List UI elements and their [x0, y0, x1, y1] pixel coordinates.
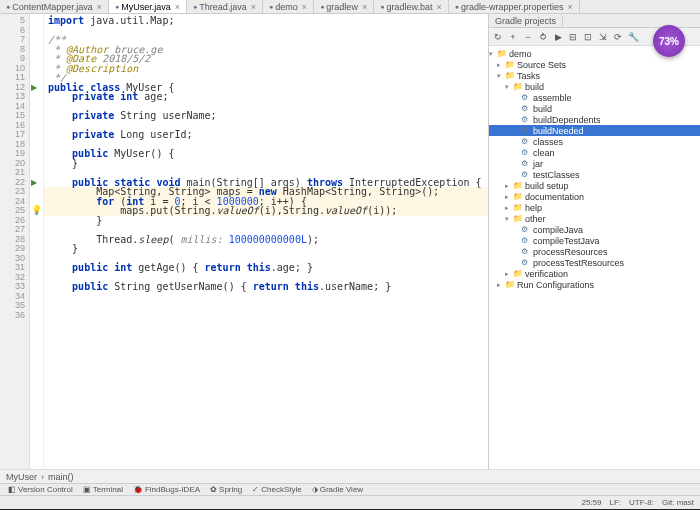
editor-tab[interactable]: ●demo×	[263, 0, 314, 13]
intention-bulb-icon[interactable]: 💡	[31, 205, 42, 215]
editor-tab[interactable]: ●Thread.java×	[187, 0, 263, 13]
gradle-tree-item[interactable]: ⚙clean	[489, 147, 700, 158]
gradle-tree-item[interactable]: ▸📁Source Sets	[489, 59, 700, 70]
gradle-tree-item[interactable]: ▸📁build setup	[489, 180, 700, 191]
editor-tab[interactable]: ●MyUser.java×	[109, 0, 187, 13]
gradle-toolbar-button[interactable]: ▶	[551, 30, 565, 44]
tool-window-tab[interactable]: ◧Version Control	[4, 485, 77, 494]
editor-tab[interactable]: ●ContentMapper.java×	[0, 0, 109, 13]
caret-position: 25:59	[582, 498, 602, 507]
gradle-tree-item[interactable]: ▸📁documentation	[489, 191, 700, 202]
gradle-toolbar-button[interactable]: ⊡	[581, 30, 595, 44]
tool-window-tab[interactable]: ⬗Gradle View	[308, 485, 367, 494]
run-gutter-icon[interactable]: ▶	[31, 83, 37, 92]
gradle-toolbar-button[interactable]: +	[506, 30, 520, 44]
tool-window-tab[interactable]: ✿Spring	[206, 485, 246, 494]
gradle-tree: ▾📁demo▸📁Source Sets▾📁Tasks▾📁build⚙assemb…	[489, 46, 700, 469]
gradle-tree-item[interactable]: ⚙processTestResources	[489, 257, 700, 268]
gradle-tree-item[interactable]: ⚙testClasses	[489, 169, 700, 180]
editor-tab[interactable]: ●gradle-wrapper.properties×	[449, 0, 580, 13]
gradle-toolbar-button[interactable]: −	[521, 30, 535, 44]
gradle-tree-item[interactable]: ⚙processResources	[489, 246, 700, 257]
gradle-tree-item[interactable]: ⚙buildDependents	[489, 114, 700, 125]
tool-window-tab[interactable]: ✓CheckStyle	[248, 485, 305, 494]
gradle-tree-item[interactable]: ⚙build	[489, 103, 700, 114]
encoding[interactable]: UTF-8:	[629, 498, 654, 507]
gradle-toolbar-button[interactable]: ⟳	[611, 30, 625, 44]
editor-tabs: ●ContentMapper.java×●MyUser.java×●Thread…	[0, 0, 700, 14]
tool-window-tab[interactable]: 🐞FindBugs-IDEA	[129, 485, 204, 494]
tool-window-tab[interactable]: ▣Terminal	[79, 485, 127, 494]
line-separator[interactable]: LF:	[610, 498, 622, 507]
editor-tab[interactable]: ●gradlew×	[314, 0, 374, 13]
profiler-badge[interactable]: 73%	[653, 25, 685, 57]
gradle-tree-item[interactable]: ▾📁Tasks	[489, 70, 700, 81]
status-bar: 25:59 LF: UTF-8: Git: mast	[0, 495, 700, 509]
editor-tab[interactable]: ●gradlew.bat×	[374, 0, 449, 13]
git-branch[interactable]: Git: mast	[662, 498, 694, 507]
gradle-tree-item[interactable]: ▸📁Run Configurations	[489, 279, 700, 290]
gradle-tree-item[interactable]: ⚙compileJava	[489, 224, 700, 235]
editor-pane: 5678910111213141516171819202122232425262…	[0, 14, 488, 469]
gradle-tree-item[interactable]: ⚙compileTestJava	[489, 235, 700, 246]
breadcrumb: MyUser›main()	[0, 469, 700, 483]
line-gutter: 5678910111213141516171819202122232425262…	[0, 14, 30, 469]
code-area[interactable]: import java.util.Map; /** * @Author bruc…	[44, 14, 488, 469]
gradle-panel: Gradle projects ↻+−⥁▶⊟⊡⇲⟳🔧 ▾📁demo▸📁Sourc…	[488, 14, 700, 469]
gradle-projects-tab[interactable]: Gradle projects	[489, 16, 563, 26]
gradle-toolbar-button[interactable]: ⇲	[596, 30, 610, 44]
gradle-toolbar-button[interactable]: 🔧	[626, 30, 640, 44]
breadcrumb-item[interactable]: main()	[48, 472, 74, 482]
gradle-tree-item[interactable]: ⚙assemble	[489, 92, 700, 103]
bottom-tool-tabs: ◧Version Control▣Terminal🐞FindBugs-IDEA✿…	[0, 483, 700, 495]
gradle-tree-item[interactable]: ▾📁build	[489, 81, 700, 92]
gradle-tree-item[interactable]: ⚙buildNeeded	[489, 125, 700, 136]
run-gutter-icon[interactable]: ▶	[31, 178, 37, 187]
gradle-tree-item[interactable]: ▸📁help	[489, 202, 700, 213]
gradle-tree-item[interactable]: ▸📁verification	[489, 268, 700, 279]
gradle-tree-item[interactable]: ⚙classes	[489, 136, 700, 147]
gutter-marks: ▶▶💡	[30, 14, 44, 469]
gradle-toolbar-button[interactable]: ⊟	[566, 30, 580, 44]
gradle-tree-item[interactable]: ▾📁other	[489, 213, 700, 224]
gradle-tree-item[interactable]: ⚙jar	[489, 158, 700, 169]
breadcrumb-item[interactable]: MyUser	[6, 472, 37, 482]
gradle-toolbar-button[interactable]: ↻	[491, 30, 505, 44]
gradle-toolbar-button[interactable]: ⥁	[536, 30, 550, 44]
